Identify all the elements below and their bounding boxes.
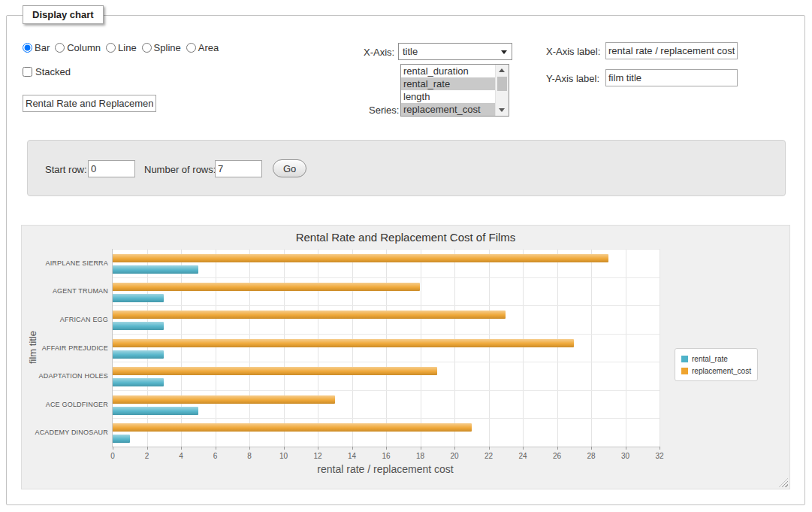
bar-replacement_cost <box>113 395 335 404</box>
x-axis-tick <box>660 447 660 450</box>
chart-type-option-area[interactable]: Area <box>186 42 219 53</box>
x-axis-tick-label: 26 <box>553 452 561 460</box>
scroll-up-icon[interactable] <box>496 65 508 76</box>
x-axis-tick <box>454 447 455 450</box>
chart-type-radio-column[interactable] <box>55 43 65 53</box>
x-axis-tick <box>489 447 490 450</box>
x-axis-tick <box>216 447 216 450</box>
gridline-horizontal <box>113 390 660 391</box>
bar-replacement_cost <box>113 339 574 347</box>
series-options: rental_durationrental_ratelengthreplacem… <box>401 65 496 116</box>
bar-replacement_cost <box>113 423 472 432</box>
scroll-down-icon[interactable] <box>496 105 508 116</box>
bar-rental_rate <box>113 294 164 302</box>
rows-panel: Start row: Number of rows: Go <box>27 140 786 196</box>
bar-rental_rate <box>113 407 198 415</box>
x-axis-tick-label: 28 <box>587 452 595 460</box>
chart-title-input[interactable] <box>23 95 156 112</box>
chart-type-option-spline[interactable]: Spline <box>142 42 181 53</box>
gridline-vertical <box>147 249 148 447</box>
x-axis-tick-label: 20 <box>450 452 458 460</box>
gridline-vertical <box>557 249 558 447</box>
resize-handle-icon[interactable] <box>779 478 788 487</box>
gridline-vertical <box>181 249 182 447</box>
number-of-rows-label: Number of rows: <box>144 164 216 175</box>
bar-replacement_cost <box>113 311 506 319</box>
stacked-checkbox[interactable] <box>23 67 32 77</box>
gridline-vertical <box>523 249 524 447</box>
bar-replacement_cost <box>113 367 437 375</box>
legend-item-replacement_cost[interactable]: replacement_cost <box>681 365 751 377</box>
series-option-rental_duration[interactable]: rental_duration <box>401 65 496 77</box>
number-of-rows-input[interactable] <box>215 160 262 177</box>
x-axis-tick-label: 24 <box>518 452 527 460</box>
x-axis-tick <box>147 447 148 450</box>
x-axis-select[interactable]: title <box>398 43 512 60</box>
triangle-down-icon <box>499 108 505 112</box>
x-axis-tick-label: 8 <box>247 452 252 460</box>
x-axis-tick-label: 6 <box>213 452 218 460</box>
gridline-vertical <box>660 249 660 447</box>
bar-replacement_cost <box>113 254 608 262</box>
x-axis-label-input[interactable] <box>605 42 738 59</box>
gridline-vertical <box>454 249 455 447</box>
triangle-up-icon <box>499 68 505 72</box>
chart-type-radio-area[interactable] <box>186 43 196 53</box>
gridline-horizontal <box>113 362 660 362</box>
x-axis-tick <box>523 447 524 450</box>
x-axis-tick <box>113 447 113 450</box>
category-label: AFRICAN EGG <box>60 316 108 323</box>
gridline-horizontal <box>113 249 660 250</box>
category-label: AGENT TRUMAN <box>53 287 108 295</box>
legend-swatch-icon <box>681 356 688 362</box>
y-axis-label-field-label: Y-Axis label: <box>546 73 599 84</box>
chart-type-radio-spline[interactable] <box>142 43 152 53</box>
series-option-length[interactable]: length <box>401 90 496 103</box>
chart-title: Rental Rate and Replacement Cost of Film… <box>22 231 789 244</box>
bar-rental_rate <box>113 265 198 274</box>
x-axis-tick <box>626 447 626 450</box>
x-axis-tick-label: 14 <box>348 452 356 460</box>
bar-rental_rate <box>113 322 164 330</box>
chart-type-radio-line[interactable] <box>106 43 116 53</box>
gridline-vertical <box>386 249 387 447</box>
x-axis-tick <box>181 447 182 450</box>
y-axis-label-input[interactable] <box>605 69 738 86</box>
series-scrollbar[interactable] <box>495 65 509 116</box>
chart-type-option-column[interactable]: Column <box>55 42 101 53</box>
bar-rental_rate <box>113 350 164 359</box>
x-axis-tick-label: 2 <box>145 452 149 460</box>
series-option-rental_rate[interactable]: rental_rate <box>401 77 496 90</box>
gridline-vertical <box>352 249 353 447</box>
gridline-horizontal <box>113 334 660 335</box>
chart-type-radio-label: Bar <box>35 42 50 53</box>
go-button[interactable]: Go <box>273 159 306 177</box>
x-axis-tick-label: 30 <box>621 452 629 460</box>
x-axis-title: rental rate / replacement cost <box>112 463 659 475</box>
chart-type-option-line[interactable]: Line <box>106 42 137 53</box>
x-axis-select-label: X-Axis: <box>364 47 394 58</box>
category-label: ACE GOLDFINGER <box>46 401 108 408</box>
series-option-replacement_cost[interactable]: replacement_cost <box>401 103 496 116</box>
x-axis-tick-label: 22 <box>484 452 493 460</box>
legend-label: replacement_cost <box>692 367 751 375</box>
bar-rental_rate <box>113 378 164 386</box>
gridline-vertical <box>489 249 490 447</box>
chart-legend: rental_ratereplacement_cost <box>675 348 758 381</box>
chart-type-radio-bar[interactable] <box>23 43 32 53</box>
x-axis-tick <box>557 447 558 450</box>
gridline-vertical <box>284 249 285 447</box>
start-row-input[interactable] <box>88 160 135 177</box>
legend-label: rental_rate <box>692 355 728 363</box>
gridline-vertical <box>216 249 216 447</box>
chart-type-option-bar[interactable]: Bar <box>23 42 50 53</box>
x-axis-tick <box>421 447 421 450</box>
stacked-option[interactable]: Stacked <box>23 66 71 77</box>
series-multiselect[interactable]: rental_durationrental_ratelengthreplacem… <box>400 64 509 117</box>
chart-type-radio-label: Area <box>198 42 219 53</box>
x-axis-tick-label: 12 <box>313 452 321 460</box>
scrollbar-thumb[interactable] <box>497 77 507 91</box>
legend-item-rental_rate[interactable]: rental_rate <box>681 353 751 365</box>
x-axis-tick <box>318 447 318 450</box>
gridline-vertical <box>626 249 626 447</box>
